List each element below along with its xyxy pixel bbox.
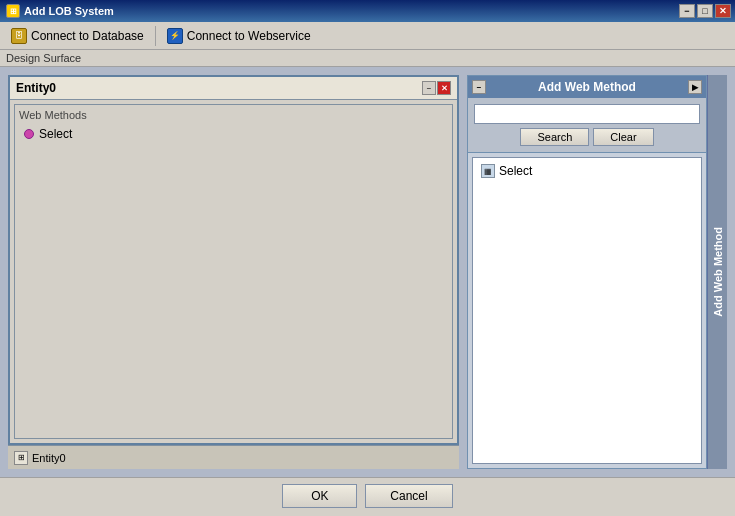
window-icon: ⊞	[6, 4, 20, 18]
result-icon: ▦	[481, 164, 495, 178]
add-web-method-panel: − Add Web Method ▶ Search Clear ▦ Select	[467, 75, 707, 469]
entity-header: Entity0 − ✕	[10, 77, 457, 100]
search-area: Search Clear	[468, 98, 706, 153]
method-name: Select	[39, 127, 72, 141]
panel-minimize-button[interactable]: −	[472, 80, 486, 94]
design-surface-label: Design Surface	[0, 50, 735, 67]
minimize-button[interactable]: −	[679, 4, 695, 18]
entity-title: Entity0	[16, 81, 56, 95]
menu-separator	[155, 26, 156, 46]
connect-webservice-menu-item[interactable]: ⚡ Connect to Webservice	[160, 24, 318, 48]
main-content: Entity0 − ✕ Web Methods Select	[0, 67, 735, 477]
close-button[interactable]: ✕	[715, 4, 731, 18]
connect-database-label: Connect to Database	[31, 29, 144, 43]
connect-database-menu-item[interactable]: 🗄 Connect to Database	[4, 24, 151, 48]
panel-header: − Add Web Method ▶	[468, 76, 706, 98]
left-panel: Entity0 − ✕ Web Methods Select	[8, 75, 459, 469]
search-buttons: Search Clear	[474, 128, 700, 146]
bottom-bar: OK Cancel	[0, 477, 735, 513]
entity-controls: − ✕	[422, 81, 451, 95]
entity-footer-icon: ⊞	[14, 451, 28, 465]
panel-expand-button[interactable]: ▶	[688, 80, 702, 94]
ok-button[interactable]: OK	[282, 484, 357, 508]
entity-card: Entity0 − ✕ Web Methods Select	[8, 75, 459, 445]
connect-webservice-label: Connect to Webservice	[187, 29, 311, 43]
entity-close-button[interactable]: ✕	[437, 81, 451, 95]
web-methods-label: Web Methods	[19, 109, 448, 121]
side-tab-label: Add Web Method	[712, 227, 724, 317]
search-button[interactable]: Search	[520, 128, 589, 146]
search-input[interactable]	[474, 104, 700, 124]
maximize-button[interactable]: □	[697, 4, 713, 18]
cancel-button[interactable]: Cancel	[365, 484, 452, 508]
results-area: ▦ Select	[472, 157, 702, 464]
result-name: Select	[499, 164, 532, 178]
window-controls: − □ ✕	[679, 4, 731, 18]
webservice-icon: ⚡	[167, 28, 183, 44]
window-title: Add LOB System	[24, 5, 114, 17]
method-item-select[interactable]: Select	[19, 125, 448, 143]
entity-footer: ⊞ Entity0	[8, 445, 459, 469]
entity-minimize-button[interactable]: −	[422, 81, 436, 95]
database-icon: 🗄	[11, 28, 27, 44]
result-item-select[interactable]: ▦ Select	[477, 162, 697, 180]
web-methods-group: Web Methods Select	[14, 104, 453, 439]
entity-body: Web Methods Select	[10, 100, 457, 443]
menu-bar: 🗄 Connect to Database ⚡ Connect to Webse…	[0, 22, 735, 50]
side-tab[interactable]: Add Web Method	[707, 75, 727, 469]
clear-button[interactable]: Clear	[593, 128, 653, 146]
right-panel: − Add Web Method ▶ Search Clear ▦ Select	[467, 75, 727, 469]
method-circle-icon	[24, 129, 34, 139]
method-icon	[23, 128, 35, 140]
entity-footer-label: Entity0	[32, 452, 66, 464]
panel-title: Add Web Method	[538, 80, 636, 94]
title-bar: ⊞ Add LOB System − □ ✕	[0, 0, 735, 22]
